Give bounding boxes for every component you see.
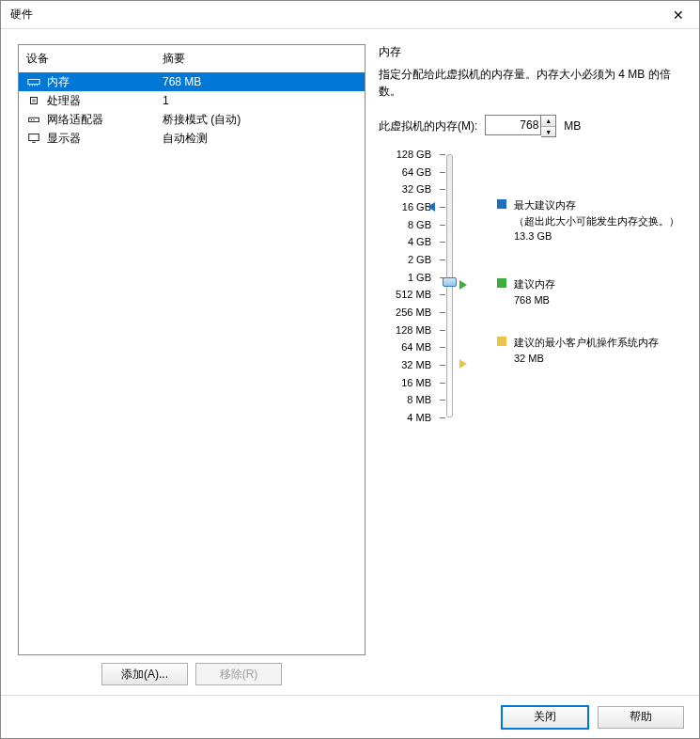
square-icon xyxy=(497,199,506,209)
close-button[interactable]: 关闭 xyxy=(502,706,588,729)
device-name: 处理器 xyxy=(47,93,81,109)
svg-point-8 xyxy=(31,119,32,120)
memory-hint: 指定分配给此虚拟机的内存量。内存大小必须为 4 MB 的倍数。 xyxy=(379,66,682,100)
tick-label: 1 GB xyxy=(408,272,431,283)
display-icon xyxy=(26,132,41,145)
device-summary: 1 xyxy=(163,94,357,107)
titlebar: 硬件 ✕ xyxy=(1,1,699,29)
square-icon xyxy=(497,278,506,288)
close-icon[interactable]: ✕ xyxy=(657,1,699,29)
add-button[interactable]: 添加(A)... xyxy=(101,663,188,685)
marker-max-icon xyxy=(428,202,435,212)
svg-point-9 xyxy=(33,119,34,120)
tick-label: 4 MB xyxy=(407,412,431,423)
memory-panel: 内存 指定分配给此虚拟机的内存量。内存大小必须为 4 MB 的倍数。 此虚拟机的… xyxy=(379,44,682,685)
tick-label: 8 MB xyxy=(407,394,431,405)
memory-unit: MB xyxy=(564,119,581,133)
table-header: 设备 摘要 xyxy=(19,45,365,72)
hardware-dialog: 硬件 ✕ 设备 摘要 内存768 MB处理器1网络适配器桥接模式 (自动)显示器… xyxy=(0,0,700,739)
tick-label: 8 GB xyxy=(408,219,431,230)
col-device: 设备 xyxy=(26,51,163,67)
help-button[interactable]: 帮助 xyxy=(598,706,684,729)
svg-rect-10 xyxy=(29,134,39,141)
device-table: 设备 摘要 内存768 MB处理器1网络适配器桥接模式 (自动)显示器自动检测 xyxy=(18,44,366,655)
device-summary: 768 MB xyxy=(163,75,357,88)
memory-field-label: 此虚拟机的内存(M): xyxy=(379,118,477,134)
tick-label: 4 GB xyxy=(408,236,431,247)
device-summary: 桥接模式 (自动) xyxy=(163,112,357,128)
col-summary: 摘要 xyxy=(163,51,357,67)
spin-up-icon[interactable]: ▲ xyxy=(541,116,555,126)
legend-max: 最大建议内存 （超出此大小可能发生内存交换。） 13.3 GB xyxy=(497,197,679,244)
cpu-icon xyxy=(26,94,41,107)
tick-label: 64 MB xyxy=(401,341,431,353)
legend-max-note: （超出此大小可能发生内存交换。） xyxy=(514,213,679,229)
legend-rec-value: 768 MB xyxy=(514,292,555,308)
memory-slider[interactable] xyxy=(437,150,459,432)
device-name: 内存 xyxy=(47,74,70,90)
svg-rect-0 xyxy=(28,79,39,84)
tick-label: 256 MB xyxy=(396,307,431,318)
spin-down-icon[interactable]: ▼ xyxy=(541,126,555,136)
table-row[interactable]: 内存768 MB xyxy=(19,72,365,91)
legend-min-title: 建议的最小客户机操作系统内存 xyxy=(514,335,659,351)
tick-label: 32 GB xyxy=(402,183,431,195)
square-icon xyxy=(497,337,506,346)
device-name: 显示器 xyxy=(47,131,81,147)
tick-label: 128 GB xyxy=(397,149,431,160)
network-icon xyxy=(26,113,41,126)
dialog-footer: 关闭 帮助 xyxy=(1,695,699,738)
memory-icon xyxy=(26,75,41,88)
slider-thumb[interactable] xyxy=(443,277,457,287)
remove-button[interactable]: 移除(R) xyxy=(195,663,282,685)
memory-spinner[interactable]: ▲ ▼ xyxy=(541,115,556,137)
table-row[interactable]: 网络适配器桥接模式 (自动) xyxy=(19,110,365,129)
tick-label: 16 MB xyxy=(401,377,431,388)
tick-label: 2 GB xyxy=(408,254,431,265)
legend-min-value: 32 MB xyxy=(514,351,659,367)
table-row[interactable]: 处理器1 xyxy=(19,91,365,110)
slider-labels: 128 GB64 GB32 GB16 GB8 GB4 GB2 GB1 GB512… xyxy=(386,150,437,432)
memory-input[interactable] xyxy=(485,115,541,135)
legend-max-title: 最大建议内存 xyxy=(514,197,679,213)
device-summary: 自动检测 xyxy=(163,131,357,147)
table-row[interactable]: 显示器自动检测 xyxy=(19,129,365,148)
tick-label: 128 MB xyxy=(396,324,431,336)
dialog-title: 硬件 xyxy=(10,7,33,23)
tick-label: 512 MB xyxy=(396,289,431,300)
legend-min: 建议的最小客户机操作系统内存 32 MB xyxy=(497,335,659,366)
memory-group-title: 内存 xyxy=(379,44,682,60)
svg-rect-6 xyxy=(32,99,36,102)
legend-max-value: 13.3 GB xyxy=(514,228,679,244)
legend-rec-title: 建议内存 xyxy=(514,276,555,292)
legend-rec: 建议内存 768 MB xyxy=(497,276,555,307)
tick-label: 64 GB xyxy=(402,166,431,178)
tick-label: 32 MB xyxy=(401,359,431,370)
device-name: 网络适配器 xyxy=(47,112,103,128)
